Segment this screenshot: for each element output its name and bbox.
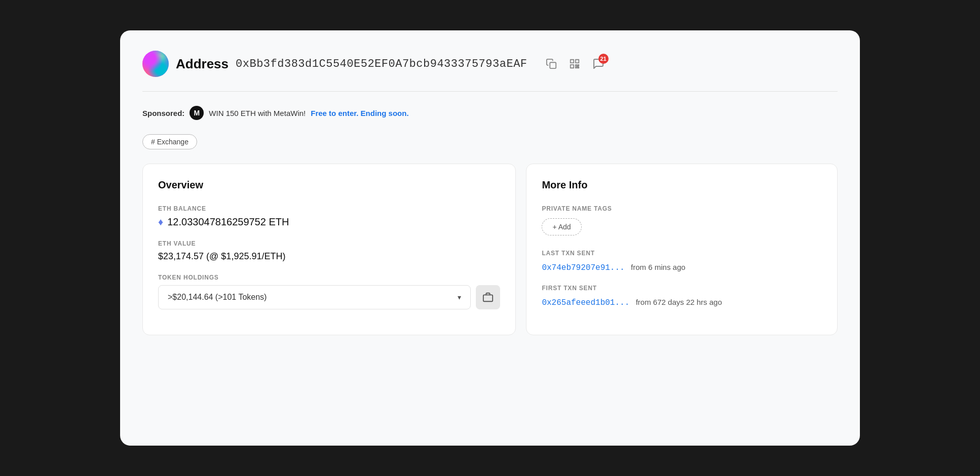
first-txn-time: from 672 days 22 hrs ago — [636, 298, 722, 306]
svg-rect-5 — [578, 65, 579, 66]
first-txn-label: FIRST TXN SENT — [542, 285, 822, 292]
portfolio-button[interactable] — [476, 285, 500, 309]
header: Address 0xBb3fd383d1C5540E52EF0A7bcb9433… — [142, 51, 838, 77]
last-txn-time: from 6 mins ago — [631, 263, 686, 271]
sponsored-text: WIN 150 ETH with MetaWin! — [209, 109, 306, 117]
eth-value-label: ETH VALUE — [158, 240, 500, 247]
sponsored-banner: Sponsored: M WIN 150 ETH with MetaWin! F… — [142, 106, 838, 120]
first-txn-info: 0x265afeeed1b01... from 672 days 22 hrs … — [542, 298, 822, 307]
address-value: 0xBb3fd383d1C5540E52EF0A7bcb9433375793aE… — [236, 58, 527, 70]
last-txn-label: LAST TXN SENT — [542, 250, 822, 257]
overview-title: Overview — [158, 179, 500, 191]
eth-value-value: $23,174.57 (@ $1,925.91/ETH) — [158, 251, 500, 262]
last-txn-hash[interactable]: 0x74eb79207e91... — [542, 263, 624, 272]
overview-card: Overview ETH BALANCE ♦ 12.03304781625975… — [142, 164, 516, 335]
chevron-down-icon: ▾ — [458, 293, 461, 301]
more-info-title: More Info — [542, 179, 822, 191]
svg-rect-8 — [577, 66, 578, 67]
page-title: Address — [176, 56, 229, 72]
avatar — [142, 51, 169, 77]
token-dropdown-value: >$20,144.64 (>101 Tokens) — [168, 293, 267, 302]
token-dropdown[interactable]: >$20,144.64 (>101 Tokens) ▾ — [158, 285, 471, 309]
last-txn-row: LAST TXN SENT 0x74eb79207e91... from 6 m… — [542, 250, 822, 272]
exchange-tag: # Exchange — [142, 134, 838, 164]
copy-button[interactable] — [544, 56, 559, 71]
token-holdings-row: >$20,144.64 (>101 Tokens) ▾ — [158, 285, 500, 309]
more-info-card: More Info PRIVATE NAME TAGS + Add LAST T… — [526, 164, 838, 335]
eth-balance-value: ♦ 12.033047816259752 ETH — [158, 216, 500, 228]
tag-label: # Exchange — [142, 134, 197, 149]
header-icons: 21 — [544, 56, 607, 72]
notifications-button[interactable]: 21 — [590, 56, 607, 72]
token-holdings-label: TOKEN HOLDINGS — [158, 274, 500, 281]
eth-diamond-icon: ♦ — [158, 216, 163, 228]
notification-badge: 21 — [598, 54, 609, 64]
svg-rect-4 — [575, 65, 577, 66]
qr-button[interactable] — [567, 56, 582, 71]
svg-rect-0 — [550, 62, 556, 68]
divider — [142, 91, 838, 92]
svg-rect-9 — [483, 295, 493, 301]
private-name-tags-label: PRIVATE NAME TAGS — [542, 205, 822, 212]
sponsored-label: Sponsored: — [142, 109, 184, 117]
svg-rect-6 — [575, 67, 576, 68]
main-card: Address 0xBb3fd383d1C5540E52EF0A7bcb9433… — [120, 30, 860, 446]
svg-rect-3 — [570, 65, 573, 68]
metawin-icon: M — [190, 106, 204, 120]
eth-balance-number: 12.033047816259752 ETH — [167, 216, 289, 228]
first-txn-hash[interactable]: 0x265afeeed1b01... — [542, 298, 629, 307]
svg-rect-2 — [575, 60, 578, 63]
last-txn-info: 0x74eb79207e91... from 6 mins ago — [542, 263, 822, 272]
first-txn-row: FIRST TXN SENT 0x265afeeed1b01... from 6… — [542, 285, 822, 307]
svg-rect-1 — [570, 60, 573, 63]
eth-balance-label: ETH BALANCE — [158, 205, 500, 212]
sponsored-link[interactable]: Free to enter. Ending soon. — [311, 109, 408, 117]
cards-row: Overview ETH BALANCE ♦ 12.03304781625975… — [142, 164, 838, 335]
add-tag-button[interactable]: + Add — [542, 218, 581, 235]
